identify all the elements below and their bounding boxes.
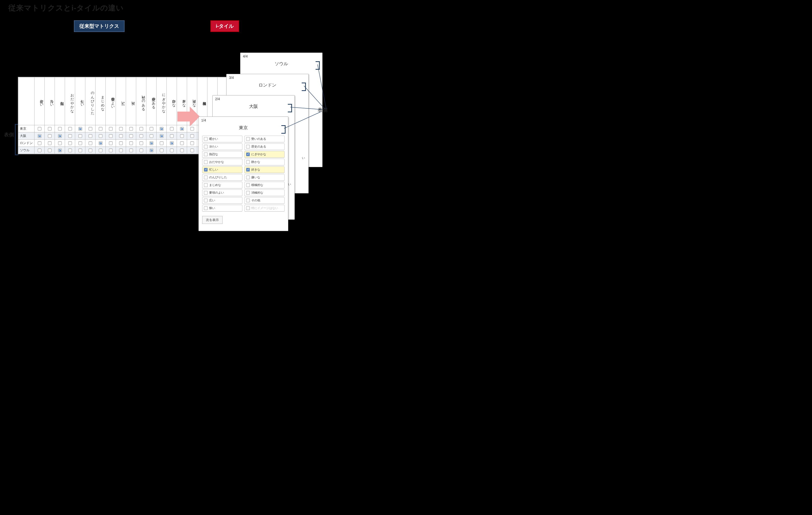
tile-option[interactable]: 狭い (202, 205, 242, 212)
matrix-checkbox[interactable] (119, 127, 123, 131)
tile-option[interactable]: 冷たい (202, 143, 242, 150)
tile-checkbox[interactable] (246, 199, 250, 202)
tile-option[interactable]: 暖かい (202, 135, 242, 142)
matrix-checkbox[interactable] (89, 149, 92, 152)
matrix-checkbox[interactable] (99, 127, 103, 131)
tile-option[interactable]: 広い (202, 197, 242, 204)
matrix-checkbox[interactable] (58, 127, 62, 131)
matrix-checkbox[interactable] (99, 134, 103, 138)
tile-option[interactable]: 特にイメージはない (244, 205, 285, 212)
tile-checkbox[interactable] (204, 191, 208, 195)
matrix-checkbox[interactable] (38, 149, 41, 152)
matrix-checkbox[interactable] (129, 149, 133, 152)
tile-checkbox[interactable] (246, 168, 250, 172)
matrix-checkbox[interactable] (38, 141, 41, 145)
matrix-checkbox[interactable] (119, 149, 123, 152)
matrix-checkbox[interactable] (129, 134, 133, 138)
matrix-checkbox[interactable] (78, 149, 82, 152)
matrix-checkbox[interactable] (109, 127, 113, 131)
matrix-checkbox[interactable] (190, 141, 194, 145)
tile-option[interactable]: 勢いのある (244, 135, 285, 142)
matrix-checkbox[interactable] (68, 149, 72, 152)
matrix-checkbox[interactable] (58, 141, 62, 145)
tile-checkbox[interactable] (204, 199, 208, 202)
matrix-checkbox[interactable] (99, 149, 103, 152)
tile-checkbox[interactable] (246, 176, 250, 179)
matrix-checkbox[interactable] (160, 127, 164, 131)
matrix-checkbox[interactable] (119, 141, 123, 145)
matrix-checkbox[interactable] (58, 149, 62, 152)
matrix-checkbox[interactable] (170, 134, 174, 138)
tile-option[interactable]: 静かな (244, 159, 285, 165)
matrix-checkbox[interactable] (170, 149, 174, 152)
matrix-checkbox[interactable] (89, 134, 92, 138)
tile-checkbox[interactable] (204, 152, 208, 156)
matrix-checkbox[interactable] (150, 149, 153, 152)
tile-checkbox[interactable] (246, 160, 250, 164)
next-button[interactable]: 次を表示 (202, 216, 223, 224)
tile-checkbox[interactable] (246, 137, 250, 141)
tile-option[interactable]: 忙しい (202, 166, 242, 173)
tile-checkbox[interactable] (204, 145, 208, 149)
matrix-checkbox[interactable] (48, 127, 52, 131)
matrix-checkbox[interactable] (99, 141, 103, 145)
matrix-checkbox[interactable] (109, 134, 113, 138)
matrix-checkbox[interactable] (160, 149, 164, 152)
matrix-checkbox[interactable] (109, 149, 113, 152)
tile-checkbox[interactable] (204, 137, 208, 141)
tile-checkbox[interactable] (246, 206, 250, 210)
matrix-checkbox[interactable] (78, 141, 82, 145)
tile-option[interactable]: 積極的な (244, 182, 285, 188)
matrix-checkbox[interactable] (109, 141, 113, 145)
matrix-checkbox[interactable] (38, 127, 41, 131)
matrix-checkbox[interactable] (89, 127, 92, 131)
tile-option[interactable]: 熱烈な (202, 151, 242, 158)
matrix-checkbox[interactable] (170, 141, 174, 145)
tile-checkbox[interactable] (204, 183, 208, 187)
matrix-checkbox[interactable] (139, 127, 143, 131)
tile-option[interactable]: 消極的な (244, 189, 285, 196)
matrix-checkbox[interactable] (38, 134, 41, 138)
tile-option[interactable]: 要領のよい (202, 189, 242, 196)
matrix-checkbox[interactable] (180, 134, 184, 138)
matrix-checkbox[interactable] (139, 141, 143, 145)
matrix-checkbox[interactable] (48, 141, 52, 145)
tile-option[interactable]: その他 (244, 197, 285, 204)
matrix-checkbox[interactable] (48, 134, 52, 138)
tile-checkbox[interactable] (204, 168, 208, 172)
matrix-checkbox[interactable] (129, 127, 133, 131)
matrix-checkbox[interactable] (58, 134, 62, 138)
matrix-checkbox[interactable] (160, 134, 164, 138)
matrix-checkbox[interactable] (68, 134, 72, 138)
tile-checkbox[interactable] (246, 183, 250, 187)
tile-checkbox[interactable] (246, 191, 250, 195)
matrix-checkbox[interactable] (139, 149, 143, 152)
matrix-checkbox[interactable] (68, 127, 72, 131)
matrix-checkbox[interactable] (139, 134, 143, 138)
matrix-checkbox[interactable] (68, 141, 72, 145)
matrix-checkbox[interactable] (180, 149, 184, 152)
matrix-checkbox[interactable] (119, 134, 123, 138)
matrix-checkbox[interactable] (129, 141, 133, 145)
matrix-checkbox[interactable] (190, 134, 194, 138)
matrix-checkbox[interactable] (150, 141, 153, 145)
tile-checkbox[interactable] (204, 206, 208, 210)
matrix-checkbox[interactable] (190, 149, 194, 152)
tile-option[interactable]: にぎやかな (244, 151, 285, 158)
tile-checkbox[interactable] (246, 145, 250, 149)
tile-option[interactable]: まじめな (202, 182, 242, 188)
matrix-checkbox[interactable] (89, 141, 92, 145)
matrix-checkbox[interactable] (48, 149, 52, 152)
matrix-checkbox[interactable] (180, 127, 184, 131)
matrix-checkbox[interactable] (78, 134, 82, 138)
tile-option[interactable]: 嫌いな (244, 174, 285, 181)
matrix-checkbox[interactable] (170, 127, 174, 131)
matrix-checkbox[interactable] (150, 134, 153, 138)
tile-checkbox[interactable] (204, 176, 208, 179)
tile-option[interactable]: 好きな (244, 166, 285, 173)
matrix-checkbox[interactable] (78, 127, 82, 131)
tile-option[interactable]: のんびりした (202, 174, 242, 181)
matrix-checkbox[interactable] (180, 141, 184, 145)
tile-option[interactable]: おだやかな (202, 159, 242, 165)
matrix-checkbox[interactable] (160, 141, 164, 145)
